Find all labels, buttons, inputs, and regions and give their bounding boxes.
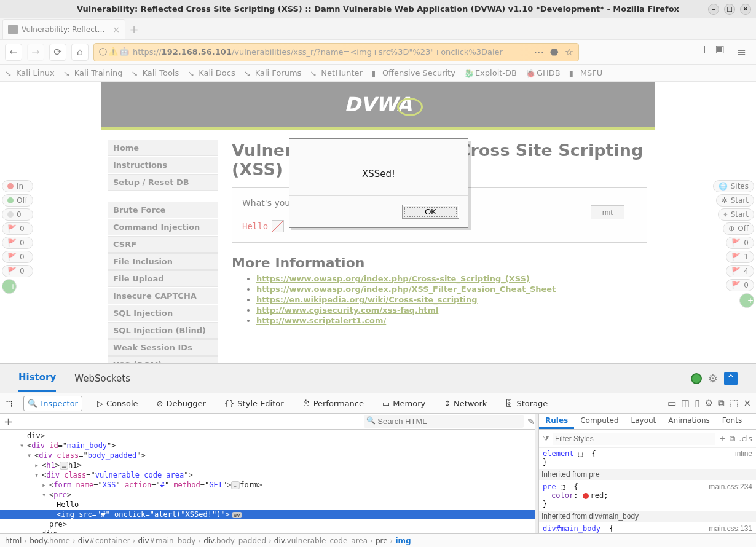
bookmark-item[interactable]: ↘NetHunter: [310, 68, 363, 77]
new-tab-button[interactable]: +: [125, 20, 143, 37]
back-button[interactable]: ←: [5, 44, 22, 61]
hud-pill[interactable]: 🚩0: [726, 279, 754, 291]
websockets-tab[interactable]: WebSockets: [74, 366, 130, 392]
breadcrumb-node[interactable]: div#container: [78, 537, 130, 545]
bookmark-item[interactable]: ↘Kali Tools: [132, 68, 179, 77]
edit-html-icon[interactable]: ✎: [527, 417, 535, 427]
hud-pill[interactable]: 0: [2, 208, 33, 221]
devtools-tab-memory[interactable]: ▭ Memory: [379, 396, 429, 411]
rules-tab-fonts[interactable]: Fonts: [716, 414, 748, 429]
dom-node-line[interactable]: ▸<form name="XSS" action="#" method="GET…: [0, 480, 538, 490]
hud-pill[interactable]: +: [2, 279, 17, 294]
submit-button[interactable]: mit: [591, 205, 624, 219]
hud-pill[interactable]: 🚩1: [726, 251, 754, 263]
hud-pill[interactable]: ✲Start: [716, 194, 754, 207]
pocket-icon[interactable]: ⬣: [550, 46, 559, 58]
reference-link[interactable]: https://www.owasp.org/index.php/XSS_Filt…: [256, 285, 556, 294]
breadcrumb-node[interactable]: div.body_padded: [203, 537, 266, 545]
dock-bottom-icon[interactable]: ▯: [695, 398, 700, 409]
devtools-tab-inspector[interactable]: 🔍 Inspector: [23, 396, 82, 411]
alert-ok-button[interactable]: OK: [402, 205, 459, 219]
sidebar-item[interactable]: Command Injection: [108, 219, 218, 235]
hud-pill[interactable]: 🚩4: [726, 265, 754, 277]
add-node-button[interactable]: +: [4, 415, 13, 428]
dom-node-line[interactable]: ▾<div class="vulnerable_code_area">: [0, 470, 538, 480]
hud-pill[interactable]: 🚩0: [2, 222, 33, 235]
devtools-close-icon[interactable]: ×: [743, 398, 751, 409]
dom-node-line[interactable]: pre>: [0, 519, 538, 529]
sidebar-item[interactable]: Insecure CAPTCHA: [108, 288, 218, 304]
reference-link[interactable]: http://www.cgisecurity.com/xss-faq.html: [256, 305, 438, 315]
breadcrumb-node[interactable]: html: [5, 537, 22, 545]
responsive-design-icon[interactable]: ▭: [667, 398, 676, 409]
color-swatch-icon[interactable]: [583, 493, 589, 499]
rules-tab-layout[interactable]: Layout: [625, 414, 663, 429]
browser-tab[interactable]: Vulnerability: Reflected C ×: [2, 19, 125, 39]
breadcrumb-node[interactable]: div.vulnerable_code_area: [274, 537, 368, 545]
devtools-tab-network[interactable]: ↕ Network: [440, 396, 490, 411]
hud-pill[interactable]: 🚩0: [2, 265, 33, 277]
tab-close-button[interactable]: ×: [112, 25, 120, 34]
hud-pill[interactable]: 🚩0: [2, 237, 33, 249]
hud-pill[interactable]: 🚩0: [2, 251, 33, 263]
breadcrumb-node[interactable]: pre: [376, 537, 388, 545]
dom-node-line[interactable]: div>: [0, 431, 538, 441]
add-rule-button[interactable]: +: [719, 434, 726, 443]
url-bar[interactable]: ⓘ ⚠️ 🤖 https://192.168.56.101/vulnerabil…: [93, 43, 579, 61]
maximize-button[interactable]: □: [724, 4, 735, 15]
hud-pill[interactable]: +: [739, 293, 754, 308]
rules-tab-computed[interactable]: Computed: [574, 414, 624, 429]
devtools-tab-performance[interactable]: ⏱ Performance: [299, 396, 368, 411]
sidebar-item[interactable]: Weak Session IDs: [108, 339, 218, 356]
dom-node-line[interactable]: ▸<h1>…h1>: [0, 460, 538, 470]
bookmark-item[interactable]: ↘Kali Linux: [5, 68, 55, 77]
bookmark-item[interactable]: ▮MSFU: [569, 68, 602, 77]
reload-button[interactable]: ⟳: [49, 44, 66, 61]
devtools-tab-debugger[interactable]: ⊘ Debugger: [153, 396, 210, 411]
reference-link[interactable]: https://en.wikipedia.org/wiki/Cross-site…: [256, 295, 478, 304]
more-actions-icon[interactable]: ⋯: [534, 46, 544, 58]
record-indicator-icon[interactable]: [691, 373, 702, 384]
bookmark-item[interactable]: ▮Offensive Security: [371, 68, 455, 77]
devtools-tab-console[interactable]: ▷ Console: [93, 396, 142, 411]
filter-styles-input[interactable]: [553, 433, 715, 445]
hud-pill[interactable]: ⊕Off: [723, 222, 754, 235]
breadcrumb-node[interactable]: body.home: [30, 537, 70, 545]
devtools-tab-style-editor[interactable]: {} Style Editor: [221, 396, 288, 411]
sidebar-item[interactable]: File Inclusion: [108, 253, 218, 270]
rules-tab-animations[interactable]: Animations: [662, 414, 715, 429]
bookmark-item[interactable]: ↘Kali Training: [63, 68, 123, 77]
dom-node-line[interactable]: ▾<pre>: [0, 490, 538, 500]
hud-pill[interactable]: Off: [2, 194, 33, 207]
dom-node-line[interactable]: div>: [0, 529, 538, 533]
devtools-settings-icon[interactable]: ⚙: [705, 398, 713, 409]
dock-side-icon[interactable]: ◫: [681, 398, 690, 409]
hud-pill[interactable]: 🌐Sites: [713, 180, 754, 192]
home-button[interactable]: ⌂: [71, 44, 89, 61]
cls-toggle[interactable]: .cls: [739, 434, 752, 443]
pick-element-icon[interactable]: ⬚: [5, 399, 12, 408]
dom-node-line[interactable]: <img src="#" onclick="alert("XSSed!")">e…: [0, 510, 538, 519]
bookmark-item[interactable]: 🐞GHDB: [526, 68, 561, 77]
dom-tree-panel[interactable]: div>▾<div id="main_body">▾<div class="bo…: [0, 430, 538, 533]
toggle-pseudo-icon[interactable]: ⧉: [730, 434, 735, 444]
sidebar-item[interactable]: CSRF: [108, 236, 218, 253]
hud-pill[interactable]: ⌖Start: [718, 208, 754, 221]
sidebar-item[interactable]: Home: [108, 140, 218, 156]
rules-tab-rules[interactable]: Rules: [539, 414, 574, 429]
hamburger-menu-button[interactable]: ≡: [732, 43, 751, 61]
breadcrumb-node[interactable]: div#main_body: [138, 537, 196, 545]
dock-window-icon[interactable]: ⬚: [730, 398, 738, 409]
sidebar-item[interactable]: XSS (DOM): [108, 356, 218, 363]
broken-image-icon[interactable]: [272, 220, 284, 232]
minimize-button[interactable]: ‒: [708, 4, 719, 15]
sidebar-item[interactable]: SQL Injection: [108, 305, 218, 321]
sidebar-item[interactable]: SQL Injection (Blind): [108, 322, 218, 339]
sidebar-item[interactable]: File Upload: [108, 270, 218, 287]
hud-pill[interactable]: In: [2, 180, 33, 192]
sidebar-item[interactable]: Brute Force: [108, 202, 218, 218]
dom-node-line[interactable]: ▾<div id="main_body">: [0, 441, 538, 451]
devtools-tab-storage[interactable]: 🗄 Storage: [502, 396, 551, 411]
sidebar-item[interactable]: Instructions: [108, 157, 218, 173]
reference-link[interactable]: http://www.scriptalert1.com/: [256, 316, 386, 325]
